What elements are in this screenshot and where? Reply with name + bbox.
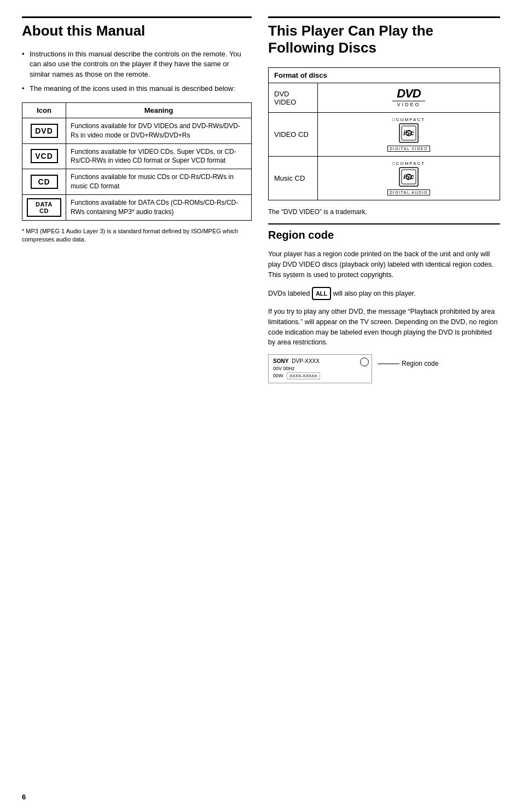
trademark-note: The “DVD VIDEO” is a trademark. [268,208,500,216]
vcd-format-label: VIDEO CD [269,113,318,157]
table-header-meaning: Meaning [66,102,252,118]
cd-icon: CD [31,175,58,189]
svg-text:iSc: iSc [403,129,414,137]
player-top-row: SONY DVP-XXXX [273,358,367,364]
region-code-title: Region code [268,223,500,244]
dvd-logo-cell: DVD VIDEO [318,83,500,113]
left-title: About this Manual [22,16,252,43]
mcd-logo-cell: □COMPACT iSc DIGITAL AUDIO [318,157,500,200]
table-row: CD Functions available for music CDs or … [22,169,252,195]
digital-video-label: DIGITAL VIDEO [387,146,430,152]
vcd-logo-cell: □COMPACT iSc DIGITAL VIDEO [318,113,500,157]
compact-disc-video-logo: □COMPACT iSc DIGITAL VIDEO [387,117,430,152]
table-row: VCD Functions available for VIDEO CDs, S… [22,143,252,169]
player-diagram: SONY DVP-XXXX 00V 00Hz 00W XXXX-XXXXX [268,354,372,383]
power-label: 00W XXXX-XXXXX [273,372,367,379]
cd-desc: Functions available for music CDs or CD-… [66,169,252,195]
page-number: 6 [22,793,26,801]
vcd-icon-cell: VCD [22,143,66,169]
dvds-labeled-suffix: will also play on this player. [333,289,416,297]
dvds-labeled-prefix: DVDs labeled [268,289,312,297]
mcd-format-label: Music CD [269,157,318,200]
vcd-desc: Functions available for VIDEO CDs, Super… [66,143,252,169]
region-annotation: Region code [378,360,438,367]
bullet-item-1: Instructions in this manual describe the… [22,49,252,79]
annotation-line [378,364,399,364]
voltage-label: 00V 00Hz [273,366,367,371]
datacd-icon: DATA CD [27,198,61,217]
disc-indicator [360,358,369,366]
disc-svg-mcd: iSc [398,166,419,187]
compact-disc-audio-logo: □COMPACT iSc DIGITAL AUDIO [387,161,430,195]
dvd-icon-cell: DVD [22,118,66,143]
disc-svg-vcd: iSc [398,123,419,143]
disc-icon-row: iSc [387,123,430,143]
bullet-item-2: The meaning of the icons used in this ma… [22,84,252,94]
svg-text:iSc: iSc [403,172,414,181]
vcd-icon: VCD [31,149,58,163]
dvd-desc: Functions available for DVD VIDEOs and D… [66,118,252,143]
bullet-list: Instructions in this manual describe the… [22,49,252,94]
table-header-icon: Icon [22,102,66,118]
right-title: This Player Can Play the Following Discs [268,16,500,60]
discs-table-header: Format of discs [269,68,500,83]
left-column: About this Manual Instructions in this m… [22,16,252,383]
region-diagram-container: SONY DVP-XXXX 00V 00Hz 00W XXXX-XXXXX Re… [268,354,500,383]
digital-audio-label: DIGITAL AUDIO [387,189,430,195]
right-column: This Player Can Play the Following Discs… [268,16,500,383]
table-row: DATA CD Functions available for DATA CDs… [22,194,252,220]
dvd-logo-video: VIDEO [392,102,425,107]
compact-label-audio: □COMPACT [387,161,430,166]
datacd-icon-cell: DATA CD [22,194,66,220]
region-para-2: If you try to play any other DVD, the me… [268,307,500,348]
dvd-icon: DVD [31,124,58,138]
dvd-logo-text: DVD [392,88,425,100]
dvd-logo-line [392,101,425,101]
disc-icon-row-audio: iSc [387,166,430,187]
region-code-box: XXXX-XXXXX [287,372,320,379]
region-para-1: Your player has a region code printed on… [268,249,500,280]
discs-format-table: Format of discs DVD VIDEO DVD VIDEO [268,67,500,200]
footnote: * MP3 (MPEG 1 Audio Layer 3) is a standa… [22,227,252,244]
sony-label: SONY [273,358,288,364]
disc-row-dvd: DVD VIDEO DVD VIDEO [269,83,500,113]
icons-table: Icon Meaning DVD Functions available for… [22,102,252,221]
dvd-video-logo: DVD VIDEO [392,88,425,107]
model-label: DVP-XXXX [292,358,320,364]
all-badge: ALL [312,287,331,301]
dvds-labeled-para: DVDs labeled ALL will also play on this … [268,287,500,301]
disc-row-vcd: VIDEO CD □COMPACT iSc [269,113,500,157]
disc-row-mcd: Music CD □COMPACT iSc [269,157,500,200]
region-code-annotation-label: Region code [402,360,438,367]
datacd-desc: Functions available for DATA CDs (CD-ROM… [66,194,252,220]
dvd-format-label: DVD VIDEO [269,83,318,113]
cd-icon-cell: CD [22,169,66,195]
table-row: DVD Functions available for DVD VIDEOs a… [22,118,252,143]
region-code-section: Region code Your player has a region cod… [268,223,500,383]
compact-label: □COMPACT [387,117,430,122]
